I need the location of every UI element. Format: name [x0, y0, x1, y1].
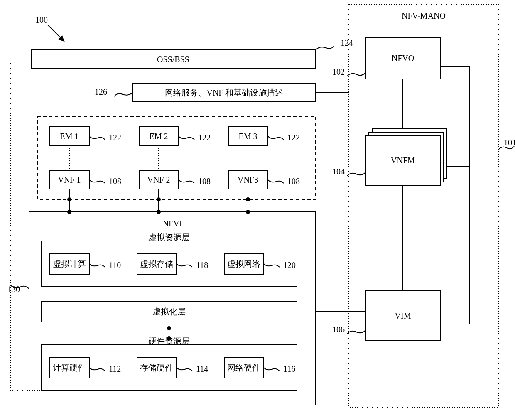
mano-title: NFV-MANO — [402, 11, 446, 20]
ref-nfvi: 130 — [7, 285, 20, 294]
ossbss-label: OSS/BSS — [157, 55, 189, 64]
ref-vnf-3: 108 — [287, 177, 300, 186]
ref-vstorage: 118 — [196, 260, 208, 270]
desc-label: 网络服务、VNF 和基础设施描述 — [165, 88, 283, 97]
ref-vnfm: 104 — [332, 167, 345, 176]
ref-em-1: 122 — [109, 133, 121, 142]
ref-ossbss: 124 — [341, 38, 353, 47]
vres-label: 虚拟资源层 — [148, 233, 190, 242]
chw-label: 计算硬件 — [53, 363, 86, 372]
ref-em-2: 122 — [198, 133, 211, 142]
em2-label: EM 2 — [150, 132, 168, 141]
svg-point-6 — [67, 197, 71, 201]
svg-point-12 — [246, 197, 250, 201]
vcompute-label: 虚拟计算 — [53, 259, 86, 268]
nfvi-label: NFVI — [163, 219, 182, 228]
ref-nhw: 116 — [283, 364, 295, 373]
ref-nfvo: 102 — [332, 67, 345, 76]
vnf1-label: VNF 1 — [58, 175, 81, 184]
nhw-label: 网络硬件 — [227, 363, 260, 372]
svg-point-7 — [67, 210, 71, 214]
nfvo-label: NFVO — [392, 54, 414, 63]
ref-vnf-1: 108 — [109, 177, 121, 186]
ref-shw: 114 — [196, 364, 208, 373]
ref-chw: 112 — [109, 364, 121, 373]
ref-vim: 106 — [332, 325, 345, 334]
svg-point-13 — [246, 210, 250, 214]
vnf2-label: VNF 2 — [147, 175, 170, 184]
svg-point-9 — [157, 197, 161, 201]
vnf3-label: VNF3 — [238, 175, 258, 184]
ref-main: 100 — [35, 15, 48, 25]
ref-desc: 126 — [95, 87, 107, 96]
ref-vnf-2: 108 — [198, 177, 211, 186]
svg-point-16 — [167, 336, 171, 341]
svg-point-10 — [157, 210, 161, 214]
shw-label: 存储硬件 — [140, 363, 173, 372]
vnetwork-label: 虚拟网络 — [227, 259, 260, 268]
em3-label: EM 3 — [239, 132, 258, 141]
vim-label: VIM — [395, 311, 411, 320]
vstorage-label: 虚拟存储 — [140, 259, 173, 268]
svg-point-15 — [167, 326, 171, 330]
ref-vcompute: 110 — [109, 260, 121, 270]
vnfm-label: VNFM — [391, 156, 415, 165]
em1-label: EM 1 — [60, 132, 79, 141]
vlayer-label: 虚拟化层 — [152, 307, 186, 316]
ref-em-3: 122 — [287, 133, 300, 142]
ref-vnetwork: 120 — [283, 260, 296, 270]
ref-mano: 101 — [504, 138, 515, 147]
